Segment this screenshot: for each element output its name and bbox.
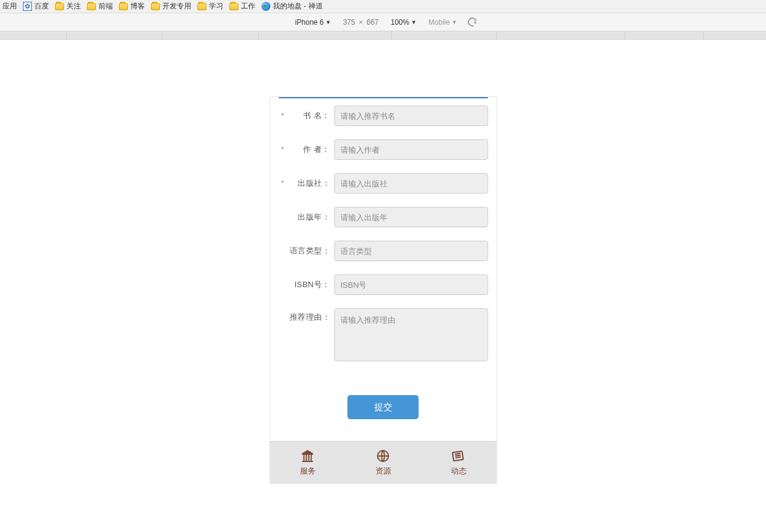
svg-line-10 bbox=[455, 455, 461, 456]
input-author[interactable] bbox=[334, 139, 488, 160]
form-row-pub-year: 出版年： bbox=[278, 207, 488, 227]
folder-icon bbox=[119, 3, 128, 10]
submit-wrap: 提交 bbox=[278, 375, 488, 437]
mobile-device-frame: * 书 名： * 作 者： * 出版社： 出版年： 语言类型 bbox=[270, 97, 496, 483]
svg-rect-4 bbox=[311, 455, 312, 461]
folder-icon bbox=[151, 3, 160, 10]
folder-icon bbox=[197, 3, 206, 10]
bookmark-folder[interactable]: 前端 bbox=[87, 1, 113, 11]
folder-icon bbox=[229, 3, 238, 10]
ruler bbox=[0, 31, 766, 40]
device-name: iPhone 6 bbox=[295, 18, 324, 27]
label-lang-type: 语言类型： bbox=[287, 245, 334, 256]
svg-rect-1 bbox=[304, 455, 305, 461]
bookmark-label: 我的地盘 - 禅道 bbox=[273, 1, 323, 11]
device-height: 667 bbox=[366, 18, 378, 27]
nav-item-news[interactable]: 动态 bbox=[421, 442, 496, 483]
header-accent-line bbox=[278, 97, 488, 98]
textarea-reason[interactable] bbox=[334, 308, 488, 361]
form-row-book-name: * 书 名： bbox=[278, 106, 488, 126]
svg-line-11 bbox=[456, 457, 461, 458]
form-row-reason: 推荐理由： bbox=[278, 308, 488, 361]
zoom-value: 100% bbox=[391, 18, 409, 27]
form-row-lang-type: 语言类型： bbox=[278, 241, 488, 261]
svg-line-9 bbox=[455, 453, 461, 454]
label-reason: 推荐理由： bbox=[287, 308, 334, 323]
svg-rect-2 bbox=[306, 455, 307, 461]
bookmark-app[interactable]: 应用 bbox=[2, 1, 17, 11]
form-row-publisher: * 出版社： bbox=[278, 173, 488, 194]
submit-button[interactable]: 提交 bbox=[348, 395, 419, 419]
svg-rect-0 bbox=[302, 461, 313, 462]
bookmark-label: 应用 bbox=[2, 1, 17, 11]
bookmark-folder[interactable]: 学习 bbox=[197, 1, 223, 11]
nav-label: 动态 bbox=[451, 466, 467, 477]
bookmarks-bar: 应用 ✿ 百度 关注 前端 博客 开发专用 学习 工作 我的地盘 - 禅道 bbox=[0, 0, 766, 13]
label-isbn: ISBN号： bbox=[287, 279, 334, 290]
chevron-down-icon: ▼ bbox=[325, 19, 331, 25]
bookmark-label: 前端 bbox=[98, 1, 113, 11]
bookmark-folder[interactable]: 关注 bbox=[55, 1, 81, 11]
bookmark-folder[interactable]: 开发专用 bbox=[151, 1, 191, 11]
bookmark-zentao[interactable]: 我的地盘 - 禅道 bbox=[261, 1, 323, 11]
bookmark-label: 学习 bbox=[209, 1, 223, 11]
folder-icon bbox=[87, 3, 96, 10]
input-isbn[interactable] bbox=[334, 274, 488, 295]
device-dimensions: 375 × 667 bbox=[343, 18, 378, 27]
label-publisher: 出版社： bbox=[287, 178, 334, 189]
nav-item-resource[interactable]: 资源 bbox=[345, 442, 421, 483]
recommend-form: * 书 名： * 作 者： * 出版社： 出版年： 语言类型 bbox=[270, 103, 496, 441]
bookmark-baidu[interactable]: ✿ 百度 bbox=[23, 1, 49, 11]
dimension-separator: × bbox=[359, 18, 363, 27]
label-book-name: 书 名： bbox=[287, 110, 334, 121]
form-row-author: * 作 者： bbox=[278, 139, 488, 160]
device-width: 375 bbox=[343, 18, 355, 27]
globe-icon bbox=[375, 449, 391, 463]
svg-marker-5 bbox=[302, 450, 314, 454]
globe-icon bbox=[261, 2, 270, 11]
baidu-icon: ✿ bbox=[23, 2, 32, 11]
canvas-area: * 书 名： * 作 者： * 出版社： 出版年： 语言类型 bbox=[0, 40, 766, 532]
bottom-nav: 服务 资源 动态 bbox=[270, 441, 496, 483]
svg-rect-6 bbox=[302, 454, 313, 455]
mode-select[interactable]: Mobile ▼ bbox=[429, 18, 457, 27]
news-icon bbox=[451, 449, 467, 463]
device-toolbar: iPhone 6 ▼ 375 × 667 100% ▼ Mobile ▼ bbox=[0, 13, 766, 31]
nav-label: 服务 bbox=[300, 466, 316, 477]
rotate-icon[interactable] bbox=[466, 16, 478, 28]
label-author: 作 者： bbox=[287, 144, 334, 155]
bookmark-label: 百度 bbox=[34, 1, 49, 11]
nav-item-service[interactable]: 服务 bbox=[270, 442, 345, 483]
bookmark-label: 关注 bbox=[66, 1, 81, 11]
label-pub-year: 出版年： bbox=[287, 212, 334, 223]
zoom-select[interactable]: 100% ▼ bbox=[391, 18, 417, 27]
bookmark-label: 开发专用 bbox=[162, 1, 191, 11]
required-mark: * bbox=[278, 112, 287, 120]
required-mark: * bbox=[278, 145, 287, 154]
folder-icon bbox=[55, 3, 64, 10]
nav-label: 资源 bbox=[375, 466, 391, 477]
input-book-name[interactable] bbox=[334, 106, 488, 126]
svg-rect-3 bbox=[308, 455, 310, 461]
bookmark-label: 工作 bbox=[241, 1, 255, 11]
required-mark: * bbox=[278, 179, 287, 188]
input-publisher[interactable] bbox=[334, 173, 488, 194]
input-pub-year[interactable] bbox=[334, 207, 488, 227]
building-icon bbox=[300, 449, 316, 463]
bookmark-folder[interactable]: 博客 bbox=[119, 1, 145, 11]
mode-value: Mobile bbox=[429, 18, 450, 27]
device-select[interactable]: iPhone 6 ▼ bbox=[295, 18, 331, 27]
bookmark-label: 博客 bbox=[130, 1, 145, 11]
form-row-isbn: ISBN号： bbox=[278, 274, 488, 295]
bookmark-folder[interactable]: 工作 bbox=[229, 1, 255, 11]
chevron-down-icon: ▼ bbox=[452, 19, 457, 25]
chevron-down-icon: ▼ bbox=[411, 19, 417, 25]
input-lang-type[interactable] bbox=[334, 241, 488, 261]
